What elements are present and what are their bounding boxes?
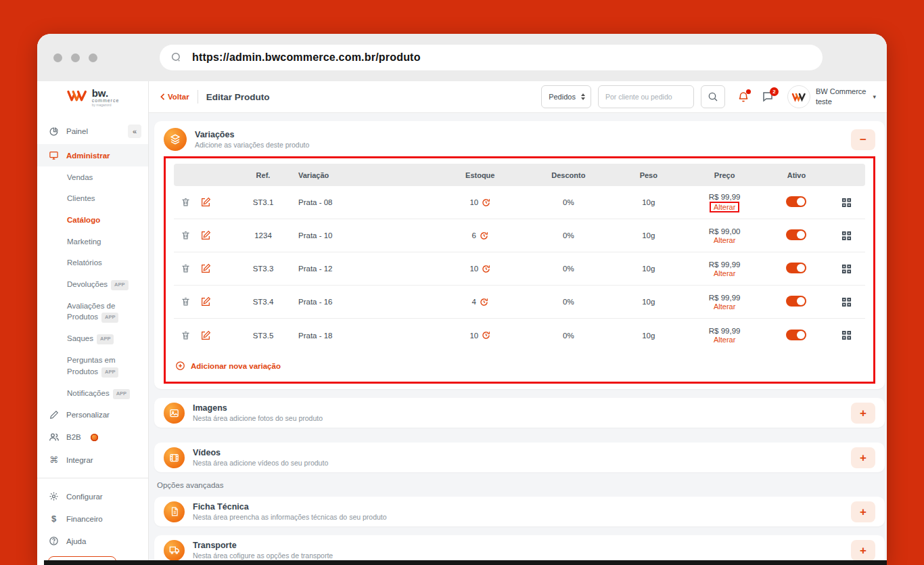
variation-images-button[interactable] (841, 330, 852, 340)
variation-stock: 10 (437, 198, 524, 207)
sidebar-item-label: Catálogo (67, 216, 100, 224)
edit-variation-button[interactable] (200, 296, 211, 307)
variation-name: Prata - 18 (298, 332, 437, 340)
edit-icon (200, 230, 211, 241)
variation-price: R$ 99,99 Alterar (683, 294, 765, 311)
maximize-window-button[interactable] (89, 53, 97, 62)
dashboard-icon (48, 127, 60, 137)
expand-imagens-button[interactable]: + (851, 403, 875, 424)
variation-images-button[interactable] (841, 231, 852, 241)
alterar-price-link[interactable]: Alterar (714, 236, 735, 244)
variation-name: Prata - 10 (298, 231, 437, 240)
sidebar-item-label: Configurar (66, 493, 103, 501)
alterar-price-link[interactable]: Alterar (714, 336, 735, 344)
pencil-icon (48, 410, 60, 420)
close-window-button[interactable] (53, 53, 62, 62)
table-row: ST3.4 Prata - 16 4 0% 10g R$ 99,99 Alter… (174, 286, 865, 319)
sidebar-item-notificacoes[interactable]: NotificaçõesAPP (37, 382, 148, 404)
messages-button[interactable]: 2 (762, 91, 774, 103)
sidebar-item-label: Relatórios (67, 258, 102, 267)
variation-weight: 10g (614, 332, 683, 340)
active-toggle[interactable] (786, 296, 806, 307)
delete-variation-button[interactable] (181, 263, 191, 274)
brand-logo[interactable]: bw. commerce by magazord (37, 81, 149, 113)
alterar-price-link[interactable]: Alterar (714, 302, 735, 311)
sidebar-item-b2b[interactable]: B2B (37, 426, 148, 449)
sidebar-item-configurar[interactable]: Configurar (37, 485, 148, 507)
delete-variation-button[interactable] (181, 330, 191, 341)
stock-history-icon[interactable] (482, 331, 490, 340)
edit-variation-button[interactable] (200, 197, 211, 208)
sidebar-item-perguntas-em-produtos[interactable]: Perguntas em ProdutosAPP (37, 350, 148, 383)
column-header-ativo: Ativo (766, 171, 827, 179)
minus-icon: − (860, 133, 867, 146)
sidebar-item-administrar[interactable]: Administrar (37, 144, 148, 166)
active-toggle[interactable] (786, 229, 806, 240)
edit-variation-button[interactable] (200, 263, 211, 274)
active-toggle[interactable] (786, 196, 806, 207)
section-card-imagens[interactable]: Imagens Nesta área adicione fotos do seu… (154, 398, 885, 428)
search-input[interactable] (598, 85, 694, 108)
section-title: Vídeos (193, 448, 328, 457)
stock-history-icon[interactable] (480, 231, 488, 240)
layers-icon (164, 128, 187, 151)
stock-history-icon[interactable] (480, 298, 488, 307)
delete-variation-button[interactable] (181, 197, 191, 208)
sidebar-item-label: Marketing (67, 238, 101, 246)
notifications-button[interactable] (737, 91, 749, 103)
brand-byline: by magazord (92, 104, 120, 107)
sidebar-item-personalizar[interactable]: Personalizar (37, 404, 148, 426)
collapse-sidebar-button[interactable]: « (128, 125, 141, 138)
edit-variation-button[interactable] (200, 230, 211, 241)
sidebar-item-devolucoes[interactable]: DevoluçõesAPP (37, 273, 148, 295)
expand-videos-button[interactable]: + (851, 447, 875, 468)
minimize-window-button[interactable] (71, 53, 80, 62)
sidebar-item-avaliacoes-de-produtos[interactable]: Avaliações de ProdutosAPP (37, 295, 148, 328)
variation-discount: 0% (524, 298, 614, 306)
sidebar-item-vendas[interactable]: Vendas (37, 166, 148, 188)
variation-stock: 4 (437, 298, 524, 307)
edit-variation-button[interactable] (200, 330, 211, 341)
section-card-videos[interactable]: Vídeos Nesta área adicione vídeos do seu… (154, 443, 885, 472)
expand-transporte-button[interactable]: + (851, 540, 875, 561)
annotation-alterar-red-box[interactable]: Alterar (710, 202, 739, 212)
search-submit-button[interactable] (701, 85, 725, 108)
sidebar-item-saques[interactable]: SaquesAPP (37, 328, 148, 350)
back-button[interactable]: Voltar (160, 93, 189, 101)
variations-table: ST3.1 Prata - 08 10 0% 10g R$ 99,99 Alte… (174, 186, 865, 352)
stock-history-icon[interactable] (482, 198, 490, 207)
sidebar-item-relatorios[interactable]: Relatórios (37, 252, 148, 274)
url-text: https://admin.bwcommerce.com.br/produto (192, 51, 421, 64)
variation-images-button[interactable] (841, 297, 852, 307)
sidebar-item-clientes[interactable]: Clientes (37, 188, 148, 210)
section-card-ficha-tecnica[interactable]: Ficha Técnica Nesta área preencha as inf… (154, 497, 885, 526)
orders-filter-select[interactable]: Pedidos (541, 85, 591, 108)
window-controls[interactable] (53, 53, 97, 62)
collapse-variations-button[interactable]: − (851, 129, 875, 150)
alterar-price-link[interactable]: Alterar (714, 269, 735, 277)
variation-images-button[interactable] (841, 198, 852, 208)
bw-logo-icon (66, 89, 88, 106)
sidebar-item-financeiro[interactable]: $Financeiro (37, 507, 148, 530)
add-variation-link[interactable]: Adicionar nova variação (175, 361, 281, 371)
sidebar-item-catalogo[interactable]: Catálogo (37, 209, 148, 231)
page-title: Editar Produto (206, 92, 270, 102)
variation-images-button[interactable] (841, 264, 852, 274)
stock-history-icon[interactable] (482, 265, 490, 273)
active-toggle[interactable] (786, 263, 806, 273)
account-menu[interactable]: BW Commerce teste ▾ (787, 85, 876, 108)
page-header: Voltar Editar Produto Pedidos (149, 81, 887, 113)
sidebar-item-marketing[interactable]: Marketing (37, 231, 148, 252)
delete-variation-button[interactable] (181, 230, 191, 241)
sidebar-item-integrar[interactable]: ⌘Integrar (37, 449, 148, 471)
address-bar[interactable]: https://admin.bwcommerce.com.br/produto (160, 45, 823, 70)
filter-select-value: Pedidos (549, 93, 576, 101)
column-header-variacao: Variação (298, 171, 437, 179)
sidebar-item-painel[interactable]: Painel« (37, 118, 148, 144)
variation-ref: ST3.4 (228, 298, 298, 306)
delete-variation-button[interactable] (181, 296, 191, 307)
active-toggle[interactable] (786, 330, 806, 340)
account-user: teste (816, 97, 867, 107)
sidebar-item-ajuda[interactable]: Ajuda (37, 530, 148, 552)
expand-ficha-tecnica-button[interactable]: + (851, 501, 875, 522)
